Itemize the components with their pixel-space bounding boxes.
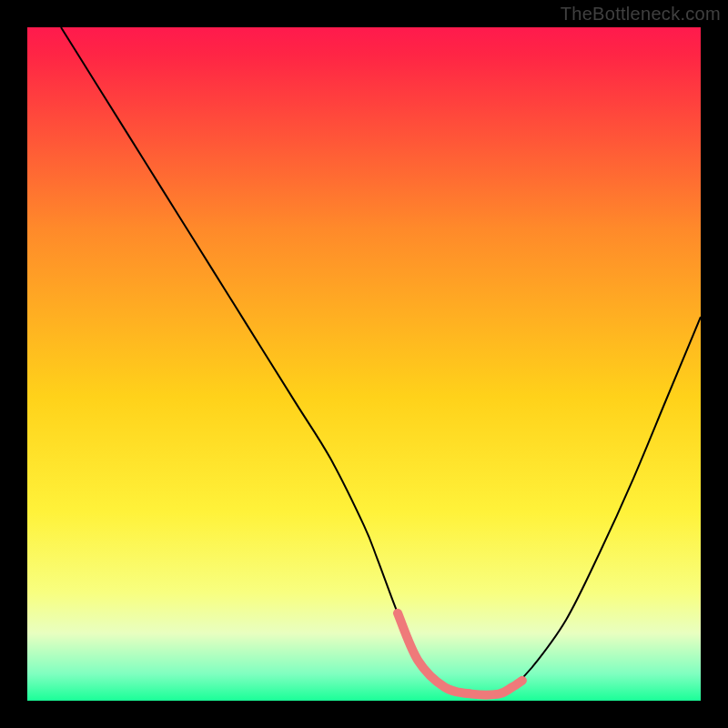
bottleneck-chart <box>0 0 728 728</box>
gradient-background <box>27 27 701 701</box>
chart-container: TheBottleneck.com <box>0 0 728 728</box>
frame-left <box>0 0 27 728</box>
frame-bottom <box>0 701 728 728</box>
attribution-label: TheBottleneck.com <box>561 4 721 25</box>
frame-right <box>701 0 728 728</box>
